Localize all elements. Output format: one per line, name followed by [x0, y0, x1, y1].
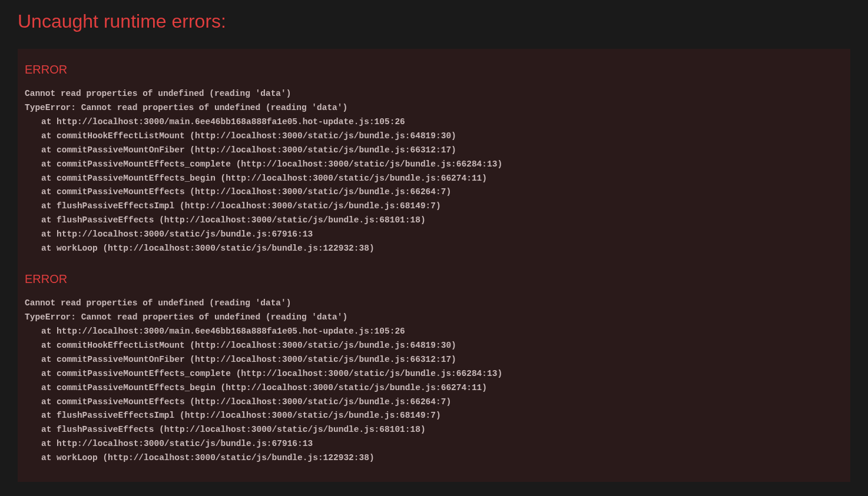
- error-overlay-container: ERROR Cannot read properties of undefine…: [18, 49, 850, 482]
- stack-frame: at flushPassiveEffectsImpl (http://local…: [25, 411, 441, 420]
- stack-frame: at http://localhost:3000/main.6ee46bb168…: [25, 327, 405, 336]
- error-label: ERROR: [25, 63, 843, 87]
- stack-frame: at flushPassiveEffects (http://localhost…: [25, 215, 426, 225]
- stack-frame: at commitPassiveMountEffects (http://loc…: [25, 397, 451, 407]
- page-title: Uncaught runtime errors:: [0, 0, 868, 38]
- stack-frame: at flushPassiveEffectsImpl (http://local…: [25, 201, 441, 211]
- stack-frame: at commitPassiveMountOnFiber (http://loc…: [25, 355, 456, 364]
- error-stack-trace: Cannot read properties of undefined (rea…: [25, 87, 843, 256]
- stack-frame: at commitPassiveMountEffects_complete (h…: [25, 159, 502, 169]
- stack-frame: at commitPassiveMountEffects_begin (http…: [25, 174, 487, 183]
- error-block: ERROR Cannot read properties of undefine…: [25, 272, 843, 465]
- error-stack-trace: Cannot read properties of undefined (rea…: [25, 297, 843, 465]
- error-type-line: TypeError: Cannot read properties of und…: [25, 312, 347, 322]
- error-block: ERROR Cannot read properties of undefine…: [25, 63, 843, 256]
- stack-frame: at workLoop (http://localhost:3000/stati…: [25, 244, 375, 253]
- stack-frame: at commitPassiveMountEffects_begin (http…: [25, 383, 487, 392]
- stack-frame: at commitPassiveMountEffects_complete (h…: [25, 369, 502, 378]
- error-message-line: Cannot read properties of undefined (rea…: [25, 298, 291, 308]
- stack-frame: at workLoop (http://localhost:3000/stati…: [25, 453, 375, 462]
- stack-frame: at http://localhost:3000/static/js/bundl…: [25, 439, 313, 448]
- stack-frame: at flushPassiveEffects (http://localhost…: [25, 425, 426, 434]
- stack-frame: at commitHookEffectListMount (http://loc…: [25, 341, 456, 350]
- stack-frame: at http://localhost:3000/static/js/bundl…: [25, 229, 313, 239]
- error-label: ERROR: [25, 272, 843, 297]
- stack-frame: at commitPassiveMountEffects (http://loc…: [25, 187, 451, 197]
- error-message-line: Cannot read properties of undefined (rea…: [25, 89, 291, 98]
- stack-frame: at commitPassiveMountOnFiber (http://loc…: [25, 145, 456, 155]
- error-type-line: TypeError: Cannot read properties of und…: [25, 103, 347, 112]
- stack-frame: at http://localhost:3000/main.6ee46bb168…: [25, 117, 405, 127]
- stack-frame: at commitHookEffectListMount (http://loc…: [25, 131, 456, 141]
